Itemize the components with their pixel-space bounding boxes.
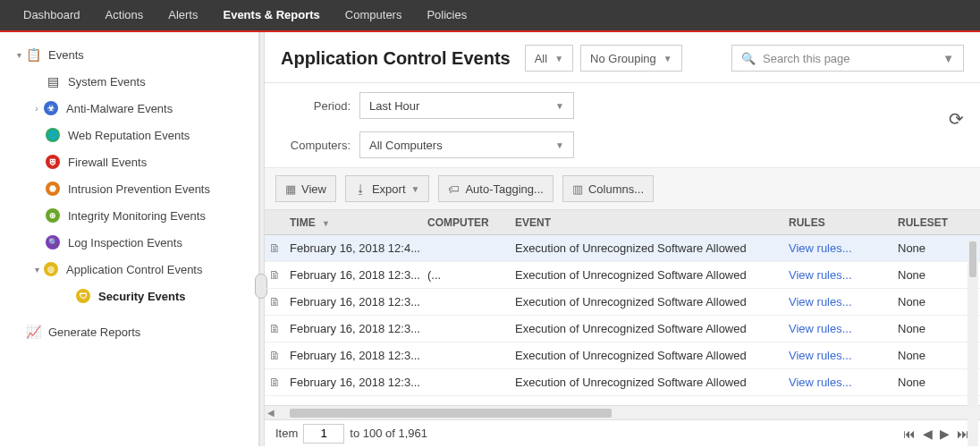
sidebar-item-label: Web Reputation Events (68, 129, 190, 142)
view-button[interactable]: ▦ View (275, 175, 336, 202)
nav-tab-computers[interactable]: Computers (333, 0, 415, 31)
tree-label: Events (48, 48, 84, 62)
sidebar-item-label: Anti-Malware Events (66, 102, 173, 115)
table-row[interactable]: 🗎February 16, 2018 12:3...Execution of U… (265, 369, 980, 396)
pager-prev-button[interactable]: ◀ (923, 427, 933, 441)
pager-nav: ⏮ ◀ ▶ ⏭ (903, 427, 969, 441)
sidebar-item-system-events[interactable]: ▤ System Events (5, 68, 253, 95)
event-icon: 🗎 (265, 349, 284, 362)
cell-rules[interactable]: View rules... (789, 268, 898, 282)
pager: Item to 100 of 1,961 ⏮ ◀ ▶ ⏭ (265, 419, 980, 446)
cell-rules[interactable]: View rules... (789, 322, 898, 335)
filter-bar: Period: Last Hour ▼ Computers: All Compu… (265, 83, 980, 168)
sidebar-item-security-events[interactable]: 🛡 Security Events (5, 283, 253, 309)
nav-tab-actions[interactable]: Actions (93, 0, 156, 31)
chevron-down-icon[interactable]: ▾ (13, 50, 25, 60)
sidebar-item-label: Application Control Events (66, 263, 202, 276)
table-row[interactable]: 🗎February 16, 2018 12:3...Execution of U… (265, 289, 980, 316)
cell-rules[interactable]: View rules... (789, 295, 898, 309)
dropdown-value: No Grouping (590, 52, 656, 65)
page-header: Application Control Events All ▼ No Grou… (265, 32, 980, 83)
biohazard-icon: ☣ (43, 100, 59, 116)
nav-tab-policies[interactable]: Policies (414, 0, 479, 31)
columns-button[interactable]: ▥ Columns... (562, 175, 654, 202)
export-button[interactable]: ⭳ Export ▼ (345, 175, 429, 202)
cell-rules[interactable]: View rules... (789, 241, 898, 255)
scroll-left-icon[interactable]: ◀ (265, 408, 277, 418)
toolbar: ▦ View ⭳ Export ▼ 🏷 Auto-Tagging... ▥ Co… (265, 168, 980, 210)
sidebar-item-anti-malware[interactable]: › ☣ Anti-Malware Events (5, 95, 253, 122)
cell-computer: (... (427, 268, 515, 282)
table-row[interactable]: 🗎February 16, 2018 12:3...Execution of U… (265, 342, 980, 369)
cell-rules[interactable]: View rules... (789, 376, 898, 389)
cell-time: February 16, 2018 12:3... (284, 322, 427, 335)
chevron-right-icon[interactable]: › (30, 104, 43, 114)
auto-tagging-button[interactable]: 🏷 Auto-Tagging... (438, 175, 553, 202)
security-icon: 🛡 (75, 288, 91, 304)
refresh-button[interactable]: ⟳ (949, 108, 964, 130)
table-row[interactable]: 🗎February 16, 2018 12:4...Execution of U… (265, 235, 980, 262)
grid-body[interactable]: 🗎February 16, 2018 12:4...Execution of U… (265, 235, 980, 405)
scope-dropdown[interactable]: All ▼ (525, 45, 573, 72)
sidebar-item-log-inspection[interactable]: 🔍 Log Inspection Events (5, 229, 253, 256)
cell-rules[interactable]: View rules... (789, 349, 898, 362)
sidebar-item-integrity-monitoring[interactable]: ⊕ Integrity Monitoring Events (5, 202, 253, 229)
col-header-time[interactable]: TIME ▼ (284, 216, 427, 229)
nav-tab-events-reports[interactable]: Events & Reports (210, 0, 332, 31)
cell-ruleset: None (898, 241, 960, 255)
pager-current-input[interactable] (303, 424, 344, 444)
dropdown-value: All (535, 52, 547, 65)
sidebar-item-application-control[interactable]: ▾ ◎ Application Control Events (5, 256, 253, 283)
col-header-event[interactable]: EVENT (515, 216, 789, 229)
dropdown-value: Last Hour (369, 99, 419, 113)
pager-prefix: Item (275, 427, 298, 440)
cell-time: February 16, 2018 12:3... (284, 268, 427, 282)
cell-time: February 16, 2018 12:3... (284, 349, 427, 362)
horizontal-scrollbar[interactable]: ◀ ▶ (265, 405, 980, 419)
pager-first-button[interactable]: ⏮ (903, 427, 916, 441)
tree-root-events[interactable]: ▾ 📋 Events (5, 41, 253, 68)
table-row[interactable]: 🗎February 16, 2018 12:3...Execution of U… (265, 316, 980, 342)
refresh-icon: ⟳ (949, 109, 964, 129)
caret-down-icon: ▼ (663, 54, 672, 63)
table-row[interactable]: 🗎February 16, 2018 12:3...(...Execution … (265, 262, 980, 289)
scrollbar-thumb[interactable] (290, 409, 612, 418)
grouping-dropdown[interactable]: No Grouping ▼ (580, 45, 682, 72)
cell-event: Execution of Unrecognized Software Allow… (515, 322, 789, 335)
caret-down-icon: ▼ (554, 54, 563, 63)
caret-down-icon: ▼ (942, 52, 954, 65)
computers-dropdown[interactable]: All Computers ▼ (359, 131, 574, 158)
view-icon: ▦ (285, 182, 296, 196)
col-header-rules[interactable]: RULES (789, 216, 898, 229)
grid-header: TIME ▼ COMPUTER EVENT RULES RULESET (265, 210, 980, 235)
sidebar-item-firewall[interactable]: ⛨ Firewall Events (5, 148, 253, 175)
scrollbar-thumb[interactable] (969, 241, 976, 277)
sort-desc-icon: ▼ (322, 219, 330, 228)
cell-event: Execution of Unrecognized Software Allow… (515, 241, 789, 255)
event-icon: 🗎 (265, 295, 284, 309)
clipboard-icon: 📋 (25, 46, 41, 63)
vertical-scrollbar[interactable] (967, 240, 978, 446)
sidebar-item-intrusion-prevention[interactable]: ⬣ Intrusion Prevention Events (5, 175, 253, 202)
sidebar-item-label: Log Inspection Events (68, 236, 182, 249)
button-label: Auto-Tagging... (465, 182, 543, 196)
sidebar-item-web-reputation[interactable]: 🌐 Web Reputation Events (5, 122, 253, 148)
cell-time: February 16, 2018 12:3... (284, 295, 427, 309)
sidebar-item-generate-reports[interactable]: 📈 Generate Reports (5, 318, 253, 345)
period-label: Period: (281, 99, 351, 113)
button-label: View (301, 182, 326, 196)
nav-tab-dashboard[interactable]: Dashboard (11, 0, 93, 31)
cell-ruleset: None (898, 268, 960, 282)
nav-tab-alerts[interactable]: Alerts (156, 0, 210, 31)
col-header-ruleset[interactable]: RULESET (898, 216, 960, 229)
chevron-down-icon[interactable]: ▾ (30, 265, 43, 275)
sidebar-item-label: System Events (68, 75, 146, 89)
period-dropdown[interactable]: Last Hour ▼ (359, 92, 574, 119)
export-icon: ⭳ (355, 182, 367, 196)
sidebar-item-label: Generate Reports (48, 325, 140, 339)
search-input[interactable]: 🔍 Search this page ▼ (731, 45, 964, 72)
button-label: Export (372, 182, 406, 196)
col-header-computer[interactable]: COMPUTER (427, 216, 515, 229)
cell-time: February 16, 2018 12:4... (284, 241, 427, 255)
pager-next-button[interactable]: ▶ (940, 427, 950, 441)
